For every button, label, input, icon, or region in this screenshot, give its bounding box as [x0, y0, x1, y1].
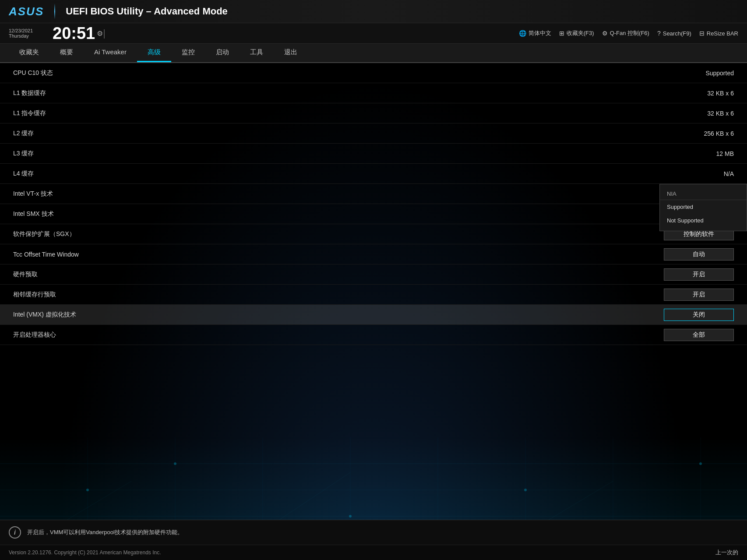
- globe-icon: 🌐: [519, 30, 526, 37]
- main-content: CPU C10 状态 Supported L1 数据缓存 32 KB x 6 L…: [0, 63, 747, 520]
- settings-panel: CPU C10 状态 Supported L1 数据缓存 32 KB x 6 L…: [0, 63, 747, 520]
- search-button[interactable]: ? Search(F9): [657, 30, 691, 37]
- setting-intel-vtx: Intel VT-x 技术 Supported: [0, 184, 747, 204]
- nav-menu: 收藏夹 概要 Ai Tweaker 高级 监控 启动 工具 退出: [0, 44, 747, 63]
- setting-label-hw-prefetch: 硬件预取: [13, 271, 664, 278]
- info-text: 开启后，VMM可以利用Vanderpool技术提供的附加硬件功能。: [27, 528, 183, 536]
- setting-tcc[interactable]: Tcc Offset Time Window 自动: [0, 244, 747, 264]
- day-label: Thursday: [9, 33, 53, 39]
- footer-nav[interactable]: 上一次的: [715, 549, 738, 556]
- setting-value-l1-instr: 32 KB x 6: [646, 110, 734, 117]
- header-top: ASUS UEFI BIOS Utility – Advanced Mode: [0, 0, 747, 23]
- toolbar-separator: |: [103, 28, 106, 39]
- setting-label-tcc: Tcc Offset Time Window: [13, 251, 664, 258]
- setting-label-intel-vtx: Intel VT-x 技术: [13, 190, 646, 198]
- setting-l4: L4 缓存 N/A: [0, 164, 747, 184]
- setting-sgx[interactable]: 软件保护扩展（SGX） 控制的软件: [0, 224, 747, 244]
- language-label: 简体中文: [529, 29, 551, 37]
- setting-intel-smx: Intel SMX 技术 Not Supported: [0, 204, 747, 224]
- setting-l1-instr: L1 指令缓存 32 KB x 6: [0, 103, 747, 123]
- info-icon: i: [9, 526, 21, 539]
- setting-l1-data: L1 数据缓存 32 KB x 6: [0, 83, 747, 103]
- date-label: 12/23/2021: [9, 28, 53, 33]
- search-label: Search(F9): [663, 30, 691, 37]
- nia-option-supported[interactable]: Supported: [660, 200, 747, 214]
- setting-value-l3: 12 MB: [646, 150, 734, 157]
- setting-hw-prefetch[interactable]: 硬件预取 开启: [0, 264, 747, 285]
- nav-item-overview[interactable]: 概要: [49, 44, 84, 62]
- footer: Version 2.20.1276. Copyright (C) 2021 Am…: [0, 545, 747, 560]
- setting-value-cpu-cores[interactable]: 全部: [664, 329, 734, 341]
- resizebar-button[interactable]: ⊟ ReSize BAR: [699, 30, 738, 37]
- asus-logo: ASUS: [9, 5, 44, 18]
- setting-value-cpu-c10: Supported: [646, 70, 734, 77]
- setting-label-l1-data: L1 数据缓存: [13, 89, 646, 97]
- setting-adj-cache[interactable]: 相邻缓存行预取 开启: [0, 285, 747, 305]
- toolbar-tools: 🌐 简体中文 ⊞ 收藏夹(F3) ⚙ Q-Fan 控制(F6) ? Search…: [519, 29, 738, 37]
- info-bar: i 开启后，VMM可以利用Vanderpool技术提供的附加硬件功能。: [0, 520, 747, 545]
- header-divider: [54, 4, 55, 19]
- nav-item-aitweaker[interactable]: Ai Tweaker: [84, 44, 137, 62]
- time-display: 20:51: [53, 25, 95, 42]
- favorites-label: 收藏夹(F3): [567, 29, 594, 37]
- setting-l2: L2 缓存 256 KB x 6: [0, 123, 747, 144]
- nav-item-tools[interactable]: 工具: [240, 44, 274, 62]
- qfan-label: Q-Fan 控制(F6): [610, 29, 649, 37]
- setting-label-l4: L4 缓存: [13, 170, 646, 178]
- setting-label-l2: L2 缓存: [13, 130, 646, 137]
- nav-item-monitor[interactable]: 监控: [171, 44, 205, 62]
- setting-label-adj-cache: 相邻缓存行预取: [13, 291, 664, 299]
- nav-item-exit[interactable]: 退出: [274, 44, 308, 62]
- setting-label-cpu-c10: CPU C10 状态: [13, 69, 646, 77]
- nav-item-advanced[interactable]: 高级: [137, 44, 171, 62]
- qfan-icon: ⚙: [602, 30, 608, 37]
- settings-gear-icon[interactable]: ⚙: [97, 29, 103, 38]
- setting-label-intel-smx: Intel SMX 技术: [13, 210, 646, 218]
- setting-label-vmx: Intel (VMX) 虚拟化技术: [13, 311, 664, 319]
- favorites-button[interactable]: ⊞ 收藏夹(F3): [559, 29, 594, 37]
- setting-value-vmx[interactable]: 关闭: [664, 309, 734, 321]
- favorites-icon: ⊞: [559, 30, 564, 37]
- settings-table: CPU C10 状态 Supported L1 数据缓存 32 KB x 6 L…: [0, 63, 747, 345]
- resizebar-icon: ⊟: [699, 30, 705, 37]
- nav-item-favorites[interactable]: 收藏夹: [9, 44, 49, 62]
- setting-cpu-c10: CPU C10 状态 Supported: [0, 63, 747, 83]
- setting-value-l4: N/A: [646, 170, 734, 177]
- nia-sidebar: NIA Supported Not Supported: [659, 184, 747, 231]
- setting-label-l1-instr: L1 指令缓存: [13, 109, 646, 117]
- search-icon: ?: [657, 30, 661, 37]
- language-button[interactable]: 🌐 简体中文: [519, 29, 551, 37]
- setting-value-adj-cache[interactable]: 开启: [664, 289, 734, 301]
- resizebar-label: ReSize BAR: [707, 30, 738, 37]
- qfan-button[interactable]: ⚙ Q-Fan 控制(F6): [602, 29, 649, 37]
- setting-label-l3: L3 缓存: [13, 150, 646, 158]
- setting-cpu-cores[interactable]: 开启处理器核心 全部: [0, 325, 747, 345]
- setting-label-sgx: 软件保护扩展（SGX）: [13, 230, 664, 238]
- setting-vmx[interactable]: Intel (VMX) 虚拟化技术 关闭: [0, 305, 747, 325]
- bios-title: UEFI BIOS Utility – Advanced Mode: [66, 6, 228, 17]
- nav-item-boot[interactable]: 启动: [205, 44, 240, 62]
- setting-value-hw-prefetch[interactable]: 开启: [664, 268, 734, 281]
- setting-l3: L3 缓存 12 MB: [0, 144, 747, 164]
- setting-value-l2: 256 KB x 6: [646, 130, 734, 137]
- setting-value-l1-data: 32 KB x 6: [646, 90, 734, 97]
- setting-value-tcc[interactable]: 自动: [664, 248, 734, 261]
- nia-title: NIA: [660, 188, 747, 200]
- setting-label-cpu-cores: 开启处理器核心: [13, 331, 664, 339]
- footer-version: Version 2.20.1276. Copyright (C) 2021 Am…: [9, 549, 161, 556]
- toolbar-row: 12/23/2021 Thursday 20:51 ⚙ | 🌐 简体中文 ⊞ 收…: [0, 23, 747, 44]
- datetime-display: 12/23/2021 Thursday: [9, 28, 53, 39]
- nia-option-not-supported[interactable]: Not Supported: [660, 214, 747, 227]
